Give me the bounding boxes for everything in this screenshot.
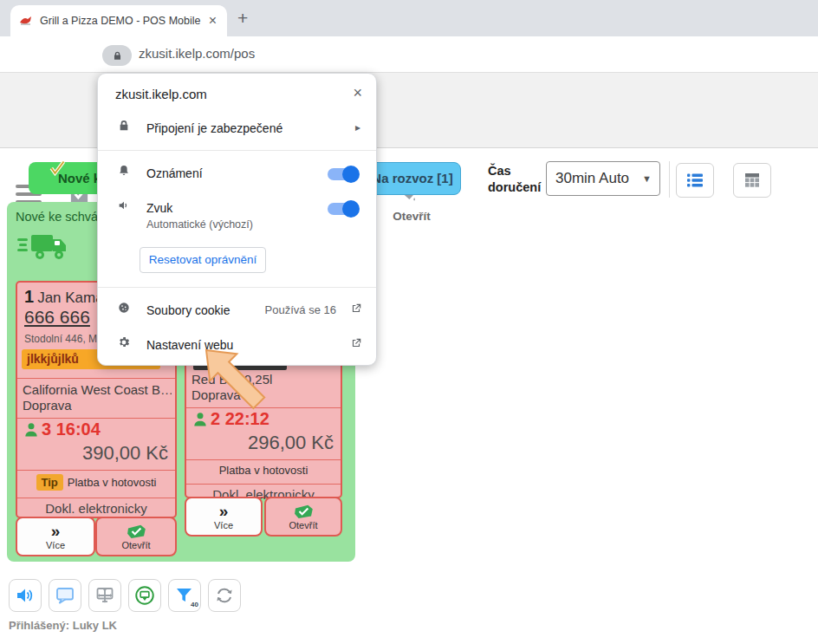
open-label: Otevřít bbox=[121, 540, 150, 550]
sound-button[interactable] bbox=[9, 579, 42, 612]
pointer-arrow-icon bbox=[187, 350, 282, 428]
site-info-chip[interactable] bbox=[102, 45, 132, 66]
customer-phone[interactable]: 666 666 bbox=[24, 307, 90, 328]
open-button[interactable]: Otevřít bbox=[264, 497, 342, 537]
list-view-button[interactable] bbox=[676, 163, 714, 198]
external-link-icon bbox=[350, 337, 362, 349]
open-button[interactable]: Otevřít bbox=[95, 517, 177, 556]
delivery-time-value: 30min Auto bbox=[555, 170, 629, 186]
browser-tab[interactable]: Grill a Pizza DEMO - POS Mobile × bbox=[10, 5, 227, 36]
sound-toggle[interactable] bbox=[328, 203, 357, 215]
tab-title: Grill a Pizza DEMO - POS Mobile bbox=[40, 15, 207, 27]
screen-move-icon bbox=[94, 585, 115, 606]
cookies-usage-text: Používá se 16 bbox=[265, 303, 336, 316]
divider bbox=[17, 418, 175, 419]
filter-button[interactable]: 40 bbox=[168, 579, 201, 612]
open-label: Otevřít bbox=[289, 520, 317, 530]
sound-label: Zvuk bbox=[146, 201, 172, 215]
reset-permissions-button[interactable]: Resetovat oprávnění bbox=[140, 247, 266, 273]
chat-button[interactable] bbox=[49, 579, 81, 612]
popup-title: zkusit.ikelp.com bbox=[115, 87, 207, 101]
connection-secure-label: Připojení je zabezpečené bbox=[146, 121, 282, 135]
check-badge-icon bbox=[293, 504, 314, 519]
more-label: Více bbox=[214, 520, 233, 530]
order-price: 390,00 Kč bbox=[82, 442, 168, 465]
payment-row: TipPlatba v hotovosti bbox=[17, 474, 175, 491]
sound-row: Zvuk Automatické (výchozí) bbox=[98, 195, 376, 235]
refresh-button[interactable] bbox=[208, 579, 241, 612]
chevron-down-icon: ▼ bbox=[642, 162, 652, 195]
order-item: California West Coast B… bbox=[23, 382, 172, 397]
approved-check-icon bbox=[49, 159, 66, 177]
lock-icon bbox=[112, 50, 123, 62]
tab-strip: Grill a Pizza DEMO - POS Mobile × + bbox=[0, 0, 818, 36]
customer-name: 1Jan Kama bbox=[24, 287, 104, 307]
delivery-button[interactable]: Na rozvoz [1] bbox=[364, 162, 461, 195]
delivery-time-select[interactable]: 30min Auto ▼ bbox=[546, 161, 660, 196]
cookies-label: Soubory cookie bbox=[146, 303, 230, 317]
divider bbox=[17, 498, 175, 498]
lock-icon bbox=[117, 119, 131, 133]
sound-default-text: Automatické (výchozí) bbox=[146, 218, 253, 231]
new-tab-button[interactable]: + bbox=[237, 8, 248, 29]
divider bbox=[17, 378, 175, 379]
more-button[interactable]: » Více bbox=[185, 497, 263, 537]
speaker-icon bbox=[15, 585, 36, 606]
double-chevron-icon: » bbox=[51, 523, 61, 539]
external-link-icon bbox=[350, 302, 362, 315]
divider bbox=[186, 484, 341, 485]
list-icon bbox=[685, 170, 705, 191]
screen-move-button[interactable] bbox=[88, 579, 121, 612]
browser-window: Grill a Pizza DEMO - POS Mobile × + ← → … bbox=[0, 0, 818, 644]
order-price: 296,00 Kč bbox=[248, 432, 334, 454]
delivery-time-label: Čas doručení bbox=[488, 163, 543, 196]
tip-badge: Tip bbox=[36, 474, 63, 491]
divider bbox=[669, 161, 670, 198]
notifications-toggle[interactable] bbox=[328, 168, 357, 180]
gear-icon bbox=[117, 335, 131, 349]
double-chevron-icon: » bbox=[219, 503, 229, 519]
cast-button[interactable] bbox=[128, 579, 161, 612]
more-button[interactable]: » Více bbox=[16, 517, 95, 556]
grid-view-button[interactable] bbox=[733, 163, 771, 198]
speaker-icon bbox=[117, 198, 131, 212]
order-time: 3 16:04 bbox=[42, 420, 101, 439]
toolbar-open-label: Otevřít bbox=[385, 210, 438, 223]
refresh-icon bbox=[214, 585, 235, 606]
customer-address: Stodolní 446, Ma bbox=[24, 333, 103, 345]
logged-in-text: Přihlášený: Luky LK bbox=[9, 619, 117, 632]
order-number: 1 bbox=[24, 287, 34, 306]
divider bbox=[17, 470, 175, 471]
more-label: Více bbox=[46, 540, 65, 550]
cookie-icon bbox=[117, 301, 131, 315]
delivery-truck-icon bbox=[17, 230, 73, 270]
tab-close-button[interactable]: × bbox=[207, 14, 218, 28]
divider bbox=[98, 150, 376, 151]
notifications-label: Oznámení bbox=[146, 166, 203, 180]
address-bar-url[interactable]: zkusit.ikelp.com/pos bbox=[139, 46, 255, 61]
order-item: Doprava bbox=[23, 398, 72, 413]
popup-close-button[interactable]: × bbox=[353, 84, 362, 102]
payment-row: Platba v hotovosti bbox=[186, 464, 341, 477]
bell-icon bbox=[117, 164, 131, 178]
grid-icon bbox=[742, 170, 763, 191]
divider bbox=[186, 459, 341, 460]
notifications-row: Oznámení bbox=[98, 160, 376, 188]
screen-share-icon bbox=[133, 584, 156, 607]
chat-bubble-icon bbox=[55, 585, 75, 606]
board-title: Nové ke schvál bbox=[16, 210, 101, 224]
document-type: Dokl. elektronicky bbox=[17, 501, 175, 516]
site-info-popup: zkusit.ikelp.com × Připojení je zabezpeč… bbox=[97, 73, 377, 366]
cookies-row[interactable]: Soubory cookie Používá se 16 bbox=[98, 297, 376, 325]
tab-favicon-icon bbox=[19, 14, 33, 28]
divider bbox=[98, 287, 376, 288]
person-icon bbox=[23, 421, 40, 439]
filter-count: 40 bbox=[191, 601, 198, 608]
chevron-right-icon: ▸ bbox=[355, 121, 360, 133]
connection-secure-row[interactable]: Připojení je zabezpečené ▸ bbox=[98, 115, 376, 143]
check-badge-icon bbox=[126, 524, 146, 539]
